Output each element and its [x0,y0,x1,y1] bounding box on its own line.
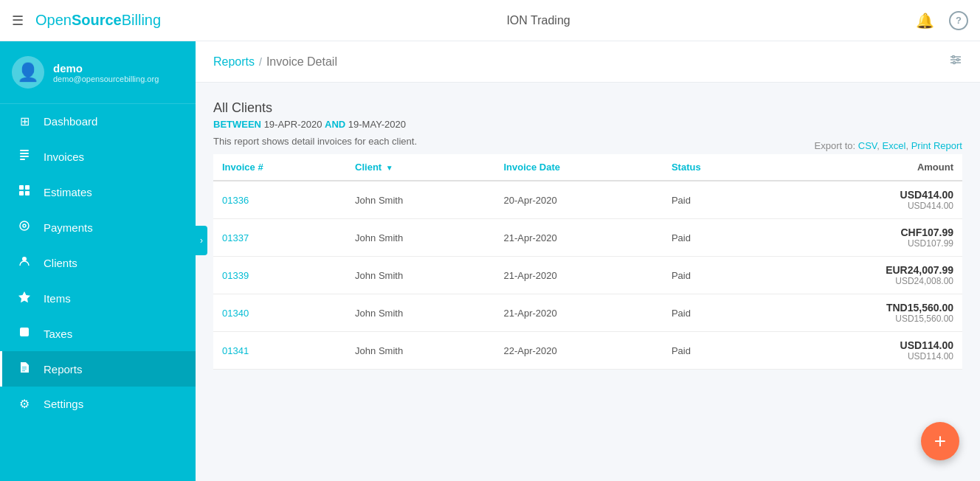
sidebar-item-settings[interactable]: ⚙ Settings [0,387,196,421]
invoice-link-01337[interactable]: 01337 [222,232,249,243]
svg-rect-15 [22,370,25,371]
cell-status: Paid [663,332,769,370]
sidebar-item-items[interactable]: Items [0,280,196,316]
svg-rect-1 [20,153,29,154]
amount-secondary: USD15,560.00 [778,314,953,324]
breadcrumb-current: Invoice Detail [266,55,337,69]
export-label: Export to: [815,140,858,151]
client-sort-icon: ▼ [386,164,393,172]
cell-invoice-num: 01336 [213,181,346,219]
breadcrumb: Reports / Invoice Detail [213,55,337,69]
sidebar-item-payments[interactable]: Payments [0,210,196,245]
navbar: ☰ OpenSourceBilling ION Trading 🔔 ? [0,0,980,41]
col-invoice-date[interactable]: Invoice Date [494,154,662,181]
svg-rect-3 [20,159,25,160]
invoice-link-01341[interactable]: 01341 [222,345,249,356]
navbar-icons: 🔔 ? [916,11,968,30]
cell-invoice-num: 01339 [213,257,346,294]
svg-rect-14 [22,369,27,370]
table-row: 01340 John Smith 21-Apr-2020 Paid TND15,… [213,294,962,332]
sidebar-nav: ⊞ Dashboard Invoices Estimates Payments [0,104,196,481]
svg-point-19 [953,56,955,58]
filter-icon[interactable] [949,53,962,70]
cell-amount: CHF107.99 USD107.99 [769,219,962,257]
svg-point-9 [23,224,26,227]
cell-amount: USD114.00 USD114.00 [769,332,962,370]
sidebar-item-clients[interactable]: Clients [0,245,196,280]
cell-client: John Smith [346,181,494,219]
cell-invoice-date: 21-Apr-2020 [494,219,662,257]
table-header-row: Invoice # Client ▼ Invoice Date Status [213,154,962,181]
amount-primary: EUR24,007.99 [778,264,953,276]
cell-client: John Smith [346,294,494,332]
svg-rect-4 [19,185,24,190]
estimates-icon [14,184,35,199]
items-icon [14,291,35,305]
invoice-link-01340[interactable]: 01340 [222,308,249,319]
brand-logo: OpenSourceBilling [35,12,161,29]
breadcrumb-separator: / [259,56,262,68]
col-amount: Amount [769,154,962,181]
sidebar-user-name: demo [53,62,159,75]
between-label: BETWEEN [213,119,261,130]
breadcrumb-reports-link[interactable]: Reports [213,55,255,69]
invoice-table: Invoice # Client ▼ Invoice Date Status [213,154,962,370]
sidebar-item-label-settings: Settings [44,398,83,410]
sidebar-item-label-taxes: Taxes [44,328,72,340]
content-area: Reports / Invoice Detail All Clients BET… [196,41,980,481]
avatar: 👤 [12,56,44,89]
sidebar-item-label-dashboard: Dashboard [44,115,97,128]
svg-rect-6 [19,191,24,195]
export-excel-link[interactable]: Excel [883,140,906,151]
report-content: All Clients BETWEEN 19-APR-2020 AND 19-M… [196,83,980,387]
sidebar-item-taxes[interactable]: $ Taxes [0,316,196,351]
sidebar-collapse-handle[interactable]: › [196,226,207,255]
sidebar-item-invoices[interactable]: Invoices [0,139,196,174]
sidebar-item-label-payments: Payments [44,221,93,234]
amount-secondary: USD24,008.00 [778,276,953,286]
table-row: 01339 John Smith 21-Apr-2020 Paid EUR24,… [213,257,962,294]
export-csv-link[interactable]: CSV [858,140,877,151]
sidebar-item-reports[interactable]: Reports [0,351,196,387]
svg-point-8 [20,221,29,230]
amount-secondary: USD414.00 [778,201,953,211]
cell-invoice-date: 20-Apr-2020 [494,181,662,219]
payments-icon [14,220,35,235]
sidebar-item-label-reports: Reports [44,363,83,376]
export-print-link[interactable]: Print Report [911,140,962,151]
cell-status: Paid [663,294,769,332]
table-row: 01336 John Smith 20-Apr-2020 Paid USD414… [213,181,962,219]
sidebar-item-dashboard[interactable]: ⊞ Dashboard [0,104,196,139]
invoice-link-01339[interactable]: 01339 [222,270,249,281]
cell-invoice-date: 21-Apr-2020 [494,257,662,294]
col-status[interactable]: Status [663,154,769,181]
hamburger-menu[interactable]: ☰ [12,13,24,29]
invoice-link-01336[interactable]: 01336 [222,195,249,206]
invoices-icon [14,149,35,164]
amount-primary: USD414.00 [778,189,953,201]
cell-status: Paid [663,219,769,257]
col-client[interactable]: Client ▼ [346,154,494,181]
col-invoice-num[interactable]: Invoice # [213,154,346,181]
svg-rect-5 [25,185,30,190]
help-icon[interactable]: ? [949,11,968,30]
fab-add-button[interactable]: + [921,422,959,460]
cell-amount: TND15,560.00 USD15,560.00 [769,294,962,332]
reports-icon [14,361,35,376]
avatar-icon: 👤 [17,62,39,83]
svg-point-20 [957,59,959,61]
notification-bell-icon[interactable]: 🔔 [916,12,934,30]
page-header: Reports / Invoice Detail [196,41,980,83]
sidebar-item-estimates[interactable]: Estimates [0,174,196,210]
report-description: This report shows detail invoices for ea… [213,136,417,147]
sidebar-user-info: demo demo@opensourcebilling.org [53,62,159,83]
cell-client: John Smith [346,332,494,370]
svg-point-21 [953,62,956,64]
sidebar-user-email: demo@opensourcebilling.org [53,75,159,83]
svg-rect-2 [20,156,29,157]
cell-amount: EUR24,007.99 USD24,008.00 [769,257,962,294]
report-date-range: BETWEEN 19-APR-2020 AND 19-MAY-2020 [213,119,962,130]
report-title: All Clients [213,100,962,116]
clients-icon [14,255,35,270]
sidebar-item-label-clients: Clients [44,257,77,269]
